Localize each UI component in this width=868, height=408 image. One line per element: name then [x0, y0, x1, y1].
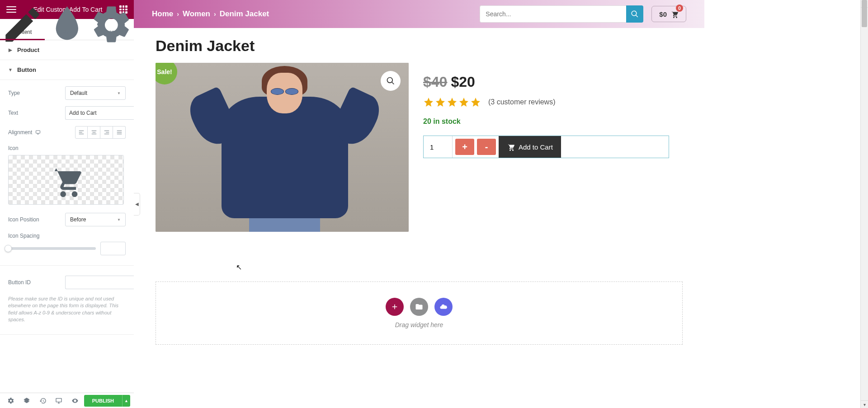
price-new: $20 [451, 74, 475, 90]
mini-cart[interactable]: $0 0 [651, 6, 686, 22]
icon-spacing-label: Icon Spacing [8, 233, 126, 239]
history-icon [39, 397, 47, 404]
align-left-button[interactable] [75, 126, 88, 139]
panel-tabs: Content Style Advanced [0, 19, 134, 40]
plus-icon [391, 303, 399, 311]
add-block-button[interactable] [434, 298, 453, 316]
type-select[interactable]: Default ▼ [65, 86, 126, 100]
align-right-button[interactable] [100, 126, 113, 139]
button-id-help: Please make sure the ID is unique and no… [8, 295, 126, 324]
chevron-right-icon: › [214, 10, 216, 18]
button-id-label: Button ID [8, 279, 31, 286]
product-price: $40 $20 [423, 74, 669, 90]
tab-content[interactable]: Content [0, 19, 45, 40]
quantity-input[interactable] [424, 136, 453, 158]
star-icon [447, 97, 458, 108]
breadcrumb-item[interactable]: Home [152, 9, 173, 19]
tab-style[interactable]: Style [45, 19, 90, 40]
product-image [156, 63, 409, 232]
history-button[interactable] [36, 393, 50, 408]
icon-label: Icon [8, 145, 19, 151]
widget-dropzone[interactable]: Drag widget here [156, 281, 683, 345]
publish-options-button[interactable]: ▲ [122, 395, 130, 407]
qty-minus-button[interactable]: - [477, 139, 496, 155]
magnify-icon [386, 76, 395, 85]
zoom-button[interactable] [381, 71, 401, 91]
star-icon [458, 97, 469, 108]
section-button[interactable]: ▼ Button [0, 60, 134, 80]
add-to-cart-form: + - Add to Cart [423, 136, 669, 158]
preview-frame: Home › Women › Denim Jacket $0 0 Denim J… [134, 0, 704, 408]
align-center-button[interactable] [88, 126, 100, 139]
text-label: Text [8, 110, 18, 116]
svg-rect-1 [36, 131, 40, 133]
folder-icon [415, 303, 423, 311]
settings-button[interactable] [4, 393, 18, 408]
product-title: Denim Jacket [156, 37, 683, 55]
shopping-cart-icon [47, 163, 85, 197]
product-gallery[interactable]: Sale! [156, 63, 409, 232]
chevron-down-icon: ▼ [117, 91, 121, 95]
desktop-icon [35, 130, 41, 135]
stock-status: 20 in stock [423, 117, 669, 126]
breadcrumb-item[interactable]: Women [183, 9, 210, 19]
panel-footer: PUBLISH ▲ [0, 393, 134, 408]
button-id-input[interactable] [65, 276, 134, 289]
caret-right-icon: ▶ [8, 47, 13, 52]
pencil-icon [0, 3, 45, 47]
reviews-link[interactable]: (3 customer reviews) [488, 98, 555, 106]
site-header: Home › Women › Denim Jacket $0 0 [134, 0, 704, 28]
editor-panel: Edit Custom Add To Cart Content Style Ad… [0, 0, 134, 408]
publish-button[interactable]: PUBLISH [84, 395, 122, 407]
type-label: Type [8, 90, 20, 96]
scroll-down-icon[interactable]: ▾ [861, 400, 868, 408]
slider-thumb[interactable] [5, 245, 12, 252]
desktop-icon [55, 397, 62, 404]
align-justify-button[interactable] [113, 126, 126, 139]
price-old: $40 [423, 74, 447, 90]
gear-icon [89, 3, 134, 47]
breadcrumb: Home › Women › Denim Jacket [152, 9, 269, 19]
icon-spacing-input[interactable] [100, 242, 126, 255]
eye-icon [71, 397, 79, 404]
star-icon [470, 97, 481, 108]
icon-position-label: Icon Position [8, 216, 39, 223]
droplet-icon [45, 3, 90, 47]
chevron-right-icon: › [177, 10, 179, 18]
star-icon [435, 97, 446, 108]
search-input[interactable] [480, 5, 626, 23]
caret-down-icon: ▼ [8, 67, 13, 72]
preview-button[interactable] [68, 393, 82, 408]
scrollbar-thumb[interactable] [862, 0, 867, 27]
rating-stars [423, 97, 481, 108]
icon-picker[interactable] [8, 155, 124, 205]
responsive-button[interactable] [52, 393, 66, 408]
chevron-down-icon: ▼ [117, 218, 121, 222]
gear-icon [7, 397, 14, 404]
layers-icon [23, 397, 30, 404]
text-input[interactable] [65, 106, 134, 120]
search-icon [631, 10, 639, 18]
icon-position-select[interactable]: Before ▼ [65, 213, 126, 226]
search-button[interactable] [626, 5, 643, 23]
add-to-cart-button[interactable]: Add to Cart [499, 136, 561, 158]
navigator-button[interactable] [20, 393, 34, 408]
cart-badge: 0 [676, 5, 683, 12]
icon-spacing-slider[interactable] [8, 247, 96, 250]
add-section-button[interactable] [386, 298, 404, 316]
product-summary: $40 $20 (3 customer reviews) 20 [423, 63, 669, 232]
breadcrumb-item[interactable]: Denim Jacket [220, 9, 269, 19]
qty-plus-button[interactable]: + [455, 139, 474, 155]
svg-rect-3 [56, 398, 61, 402]
vertical-scrollbar[interactable]: ▴ ▾ [860, 0, 868, 408]
tab-advanced[interactable]: Advanced [89, 19, 134, 40]
alignment-choices [75, 126, 126, 139]
shopping-cart-icon [507, 143, 515, 151]
dropzone-text: Drag widget here [395, 321, 443, 328]
cloud-icon [439, 303, 448, 311]
alignment-label: Alignment [8, 129, 41, 136]
add-template-button[interactable] [410, 298, 428, 316]
collapse-panel-handle[interactable]: ◀ [134, 193, 140, 216]
star-icon [423, 97, 434, 108]
